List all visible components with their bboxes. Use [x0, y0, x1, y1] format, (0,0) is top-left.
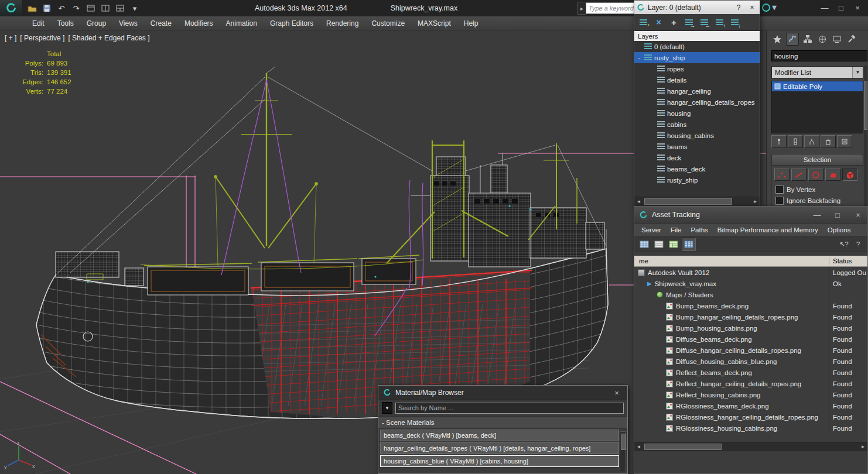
- redo-icon[interactable]: ↷: [70, 2, 83, 14]
- layer-item-details[interactable]: details: [634, 74, 760, 85]
- context-help-icon[interactable]: ↖?: [838, 238, 850, 250]
- menu-item-create[interactable]: Create: [144, 16, 178, 30]
- scroll-right-icon[interactable]: ►: [859, 442, 867, 451]
- configure-modifier-sets-icon[interactable]: [837, 135, 852, 148]
- minimize-icon[interactable]: —: [816, 1, 833, 14]
- object-name-field[interactable]: [771, 50, 867, 61]
- material-item-hangar-ceiling-details-ropes[interactable]: hangar_ceiling_details_ropes ( VRayMtl )…: [380, 442, 619, 454]
- scroll-right-icon[interactable]: ►: [751, 197, 760, 206]
- set-current-layer-icon[interactable]: ←: [698, 16, 711, 29]
- material-browser-titlebar[interactable]: Material/Map Browser ×: [378, 386, 627, 400]
- delete-layer-icon[interactable]: ×: [652, 16, 665, 29]
- list-view-icon[interactable]: [652, 238, 665, 250]
- layer-panel-titlebar[interactable]: Layer: 0 (default) ? ×: [634, 1, 760, 14]
- scroll-left-icon[interactable]: ◄: [634, 197, 643, 206]
- minimize-icon[interactable]: —: [809, 208, 825, 221]
- edge-subobject-icon[interactable]: [791, 169, 807, 181]
- material-item-beams-deck[interactable]: beams_deck ( VRayMtl ) [beams, deck]: [380, 430, 619, 441]
- layer-item-deck[interactable]: deck: [634, 152, 760, 163]
- asset-row-reflect-hangar-ceiling-details-ropes-png[interactable]: Reflect_hangar_ceiling_details_ropes.png…: [634, 378, 867, 389]
- asset-row-rglossiness-beams-deck-png[interactable]: RGlossiness_beams_deck.pngFound: [634, 400, 867, 411]
- asset-menu-bitmap-performance-and-memory[interactable]: Bitmap Performance and Memory: [713, 224, 823, 236]
- tab-utilities-icon[interactable]: [846, 33, 857, 45]
- material-search-input[interactable]: [395, 403, 624, 414]
- scene-materials-header[interactable]: - Scene Materials: [378, 417, 627, 428]
- pin-stack-icon[interactable]: [771, 135, 787, 148]
- menu-item-tools[interactable]: Tools: [51, 16, 80, 30]
- scroll-left-icon[interactable]: ◄: [634, 442, 643, 451]
- show-end-result-icon[interactable]: [788, 135, 803, 148]
- scroll-thumb[interactable]: [621, 434, 626, 450]
- help-icon[interactable]: ?: [852, 238, 864, 250]
- browser-options-icon[interactable]: ▼: [382, 402, 392, 414]
- asset-menu-paths[interactable]: Paths: [686, 224, 712, 236]
- hide-layer-icon[interactable]: ↑: [713, 16, 726, 29]
- table-view-icon-1[interactable]: [638, 238, 651, 250]
- name-column-header[interactable]: me: [634, 257, 829, 265]
- tab-create-icon[interactable]: [771, 33, 783, 45]
- asset-menu-file[interactable]: File: [666, 224, 686, 236]
- viewport-pov-menu[interactable]: [ Perspective ]: [20, 34, 64, 42]
- material-vscrollbar[interactable]: [620, 431, 626, 472]
- status-column-header[interactable]: Status: [829, 257, 867, 265]
- menu-item-maxscript[interactable]: MAXScript: [411, 16, 457, 30]
- asset-tracking-titlebar[interactable]: Asset Tracking — □ ×: [634, 207, 867, 224]
- asset-row-diffuse-hangar-ceiling-details-ropes-png[interactable]: Diffuse_hangar_ceiling_details_ropes.png…: [634, 345, 867, 356]
- menu-item-animation[interactable]: Animation: [220, 16, 264, 30]
- new-layer-icon[interactable]: *: [637, 16, 650, 29]
- menu-item-graph-editors[interactable]: Graph Editors: [264, 16, 320, 30]
- search-chevron-icon[interactable]: ▸: [577, 2, 586, 15]
- close-icon[interactable]: ×: [609, 386, 625, 399]
- maximize-icon[interactable]: □: [829, 208, 846, 221]
- tab-modify-icon[interactable]: [786, 33, 799, 46]
- tab-motion-icon[interactable]: [816, 33, 828, 45]
- open-file-icon[interactable]: [26, 2, 39, 14]
- asset-row-bump-housing-cabins-png[interactable]: Bump_housing_cabins.pngFound: [634, 322, 867, 334]
- maximize-icon[interactable]: □: [833, 1, 849, 14]
- 3dsmax-logo-icon[interactable]: [0, 0, 22, 16]
- layer-hscrollbar[interactable]: ◄ ►: [634, 197, 760, 206]
- ignore-backfacing-checkbox[interactable]: Ignore Backfacing: [775, 197, 859, 205]
- modifier-list-dropdown[interactable]: Modifier List ▼: [771, 66, 863, 78]
- layer-item-ropes[interactable]: ropes: [634, 63, 760, 74]
- element-subobject-icon[interactable]: [842, 169, 857, 181]
- scroll-thumb[interactable]: [644, 444, 722, 450]
- scroll-thumb[interactable]: [644, 198, 732, 205]
- selection-rollout-header[interactable]: Selection: [771, 154, 863, 166]
- asset-row-bump-hangar-ceiling-details-ropes-png[interactable]: Bump_hangar_ceiling_details_ropes.pngFou…: [634, 311, 867, 322]
- asset-row-autodesk-vault-2012[interactable]: Autodesk Vault 2012Logged Ou: [634, 267, 867, 278]
- menu-item-customize[interactable]: Customize: [365, 16, 411, 30]
- detail-table-view-icon[interactable]: [682, 238, 696, 251]
- viewport-shading-menu[interactable]: [ Shaded + Edged Faces ]: [68, 34, 149, 42]
- layer-item-beams[interactable]: beams: [634, 141, 760, 152]
- menu-item-rendering[interactable]: Rendering: [320, 16, 365, 30]
- material-item-housing-cabins-blue[interactable]: housing_cabins_blue ( VRayMtl ) [cabins,…: [380, 455, 619, 467]
- window-layout-icon-2[interactable]: [99, 2, 112, 14]
- close-icon[interactable]: ×: [747, 4, 757, 12]
- asset-menu-options[interactable]: Options: [823, 224, 856, 236]
- tab-display-icon[interactable]: [831, 33, 843, 45]
- make-unique-icon[interactable]: [804, 135, 819, 148]
- menu-item-views[interactable]: Views: [112, 16, 144, 30]
- layer-item-housing[interactable]: housing: [634, 108, 760, 119]
- close-icon[interactable]: ×: [850, 208, 866, 221]
- asset-row-shipwreck-vray-max[interactable]: ▶Shipwreck_vray.maxOk: [634, 278, 867, 289]
- stack-item-editable-poly[interactable]: Editable Poly: [772, 81, 863, 91]
- layer-item-housing-cabins[interactable]: housing_cabins: [634, 130, 760, 141]
- layer-item-cabins[interactable]: cabins: [634, 119, 760, 130]
- border-subobject-icon[interactable]: [808, 169, 823, 181]
- layer-item-beams-deck[interactable]: beams_deck: [634, 163, 760, 174]
- layer-item-rusty-ship[interactable]: -rusty_ship: [634, 52, 760, 63]
- by-vertex-checkbox[interactable]: By Vertex: [775, 186, 859, 194]
- asset-row-bump-beams-deck-png[interactable]: Bump_beams_deck.pngFound: [634, 300, 867, 311]
- asset-row-rglossiness-hangar-ceiling-details-ropes-png[interactable]: RGlossiness_hangar_ceiling_details_ropes…: [634, 411, 867, 423]
- asset-row-diffuse-housing-cabins-blue-png[interactable]: Diffuse_housing_cabins_blue.pngFound: [634, 356, 867, 367]
- help-icon[interactable]: ?: [733, 4, 744, 12]
- asset-row-rglossiness-housing-cabins-png[interactable]: RGlossiness_housing_cabins.pngFound: [634, 423, 867, 434]
- freeze-layer-icon[interactable]: ↓: [728, 16, 741, 29]
- add-to-layer-icon[interactable]: +: [667, 16, 681, 29]
- keyword-search-input[interactable]: [586, 2, 640, 14]
- vertex-subobject-icon[interactable]: [774, 169, 790, 181]
- layer-item-rusty-ship[interactable]: rusty_ship: [634, 174, 760, 186]
- layer-item-0-default[interactable]: 0 (default): [634, 41, 760, 52]
